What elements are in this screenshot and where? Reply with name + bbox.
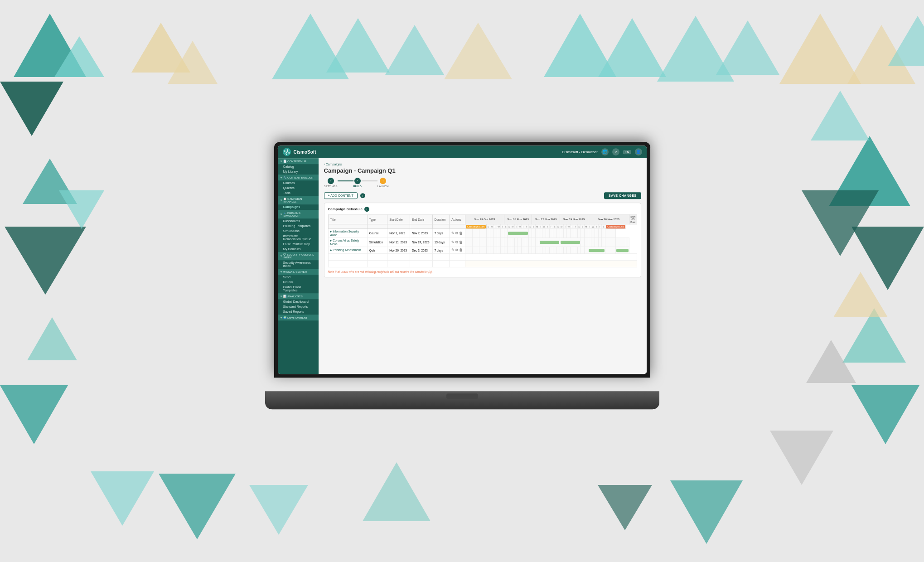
sidebar-item-standard-reports[interactable]: Standard Reports (278, 304, 319, 309)
row1-title-link[interactable]: ▸ Information Security Awar... (330, 230, 359, 237)
step-launch-label: LAUNCH (377, 185, 389, 188)
sidebar-section-phishing[interactable]: ▼ 🎣 PHISHING SIMULATOR (278, 210, 319, 218)
sidebar-item-courses[interactable]: Courses (278, 180, 319, 185)
row1-delete-icon[interactable]: 🗑 (459, 231, 463, 235)
environment-label: 🌍 ENVIRONMENT (283, 316, 307, 319)
content-builder-arrow: ▼ (280, 176, 283, 179)
row3-copy-icon[interactable]: ⧉ (455, 248, 458, 252)
row2-edit-icon[interactable]: ✎ (451, 240, 455, 244)
analytics-arrow: ▼ (280, 295, 283, 298)
note-text: Note that users who are not phishing rec… (328, 270, 637, 273)
logo-area: CismoSoft (282, 147, 316, 156)
sidebar-item-dashboards[interactable]: Dashboards (278, 218, 319, 223)
sidebar-item-my-library[interactable]: My Library (278, 169, 319, 174)
sidebar-section-campaign-manager[interactable]: ▼ 📋 CAMPAIGN MANAGER (278, 196, 319, 204)
sidebar-item-campaigns[interactable]: Campaigns (278, 204, 319, 209)
logo-icon (282, 147, 291, 156)
content-builder-label: 🔧 CONTENT BUILDER (283, 176, 313, 179)
sidebar-item-simulations[interactable]: Simulations (278, 228, 319, 233)
table-row: ▸ Information Security Awar... Course No… (328, 229, 637, 238)
security-culture-label: 🛡 SECURITY CULTURE INDEX (283, 253, 316, 259)
help-icon[interactable]: ? (612, 148, 619, 155)
col-start: Start Date (387, 215, 410, 224)
sidebar-section-email-center[interactable]: ▼ ✉ EMAIL CENTER (278, 269, 319, 275)
campaign-end-badge-cell: Campaign End (605, 224, 626, 229)
email-center-arrow: ▼ (280, 271, 283, 273)
step-settings-label: SETTINGS (324, 185, 338, 188)
campaign-manager-label: 📋 CAMPAIGN MANAGER (283, 197, 316, 203)
date-group-nov05: Sun 05 Nov 2023 (504, 215, 532, 224)
schedule-info-icon: i (364, 207, 369, 212)
add-content-info-icon: i (360, 193, 365, 198)
phishing-arrow: ▼ (280, 213, 283, 216)
campaign-manager-arrow: ▼ (280, 199, 283, 202)
row2-delete-icon[interactable]: 🗑 (459, 240, 463, 244)
environment-arrow: ▼ (280, 316, 283, 319)
schedule-title: Campaign Schedule i (328, 207, 637, 212)
lang-badge[interactable]: EN (623, 150, 631, 154)
sidebar-section-security-culture[interactable]: ▼ 🛡 SECURITY CULTURE INDEX (278, 252, 319, 260)
sidebar-section-content-builder[interactable]: ▼ 🔧 CONTENT BUILDER (278, 174, 319, 180)
row3-title-link[interactable]: ▸ Phishing Assessment (330, 248, 361, 252)
row3-delete-icon[interactable]: 🗑 (459, 248, 463, 252)
row2-copy-icon[interactable]: ⧉ (455, 240, 458, 244)
row1-edit-icon[interactable]: ✎ (451, 231, 455, 235)
svg-point-1 (284, 150, 285, 152)
add-content-button[interactable]: + ADD CONTENT (324, 192, 358, 199)
col-actions: Actions (450, 215, 465, 224)
globe-icon[interactable]: 🌐 (601, 148, 609, 155)
col-duration: Duration (432, 215, 450, 224)
sidebar-item-tools[interactable]: Tools (278, 190, 319, 195)
sidebar-item-phishing-templates[interactable]: Phishing Templates (278, 223, 319, 228)
row1-copy-icon[interactable]: ⧉ (455, 231, 458, 235)
sidebar-item-my-domains[interactable]: My Domains (278, 247, 319, 252)
gantt-container[interactable]: Title Type Start Date End Date Duration … (328, 214, 637, 267)
sidebar-item-global-email[interactable]: Global Email Templates (278, 285, 319, 293)
breadcrumb[interactable]: ‹ Campaigns (324, 163, 641, 166)
sidebar-section-environment[interactable]: ▼ 🌍 ENVIRONMENT (278, 315, 319, 320)
sidebar-item-send[interactable]: Send (278, 275, 319, 280)
analytics-label: 📊 ANALYTICS (283, 295, 302, 298)
step-launch[interactable]: ! LAUNCH (377, 178, 389, 188)
page-title: Campaign - Campaign Q1 (324, 167, 641, 174)
sidebar-section-analytics[interactable]: ▼ 📊 ANALYTICS (278, 293, 319, 299)
campaign-end-badge: Campaign End (606, 225, 625, 228)
sidebar-item-saved-reports[interactable]: Saved Reports (278, 309, 319, 314)
sidebar-item-history[interactable]: History (278, 280, 319, 285)
row3-edit-icon[interactable]: ✎ (451, 248, 455, 252)
sidebar-item-catalog[interactable]: Catalog (278, 164, 319, 169)
step-build[interactable]: ✓ BUILD (353, 178, 362, 188)
col-title: Title (328, 215, 367, 224)
empty-row-2 (328, 261, 637, 267)
header-right: Cismosoft - Democast 🌐 ? EN 👤 (562, 148, 642, 155)
gantt-table: Title Type Start Date End Date Duration … (328, 214, 637, 267)
logo-text: CismoSoft (294, 150, 316, 155)
step-settings[interactable]: ✓ SETTINGS (324, 178, 338, 188)
sidebar-item-remediation[interactable]: Immediate Remediation Queue (278, 233, 319, 242)
security-culture-arrow: ▼ (280, 255, 283, 257)
svg-point-2 (288, 152, 290, 154)
contenthub-label: 📄 CONTENTHUB (283, 160, 306, 163)
date-group-nov26: Sun 26 Nov 2023 (588, 215, 629, 224)
date-group-dec03: Sun 03 Dec (629, 215, 637, 224)
campaign-start-badge: Campaign Start (466, 225, 486, 228)
sidebar-item-security-awareness[interactable]: Security Awareness Index (278, 260, 319, 268)
sidebar-item-global-dashboard[interactable]: Global Dashboard (278, 299, 319, 304)
schedule-section: Campaign Schedule i Title Type (324, 203, 641, 277)
table-row: ▸ Phishing Assessment Quiz Nov 26, 2023 … (328, 247, 637, 254)
app-header: CismoSoft Cismosoft - Democast 🌐 ? EN 👤 (278, 145, 647, 158)
company-name: Cismosoft - Democast (562, 150, 598, 154)
phishing-label: 🎣 PHISHING SIMULATOR (283, 211, 316, 217)
user-icon[interactable]: 👤 (635, 148, 642, 155)
sidebar-item-quizzes[interactable]: Quizzes (278, 185, 319, 190)
main-content: ‹ Campaigns Campaign - Campaign Q1 ✓ SET… (319, 158, 647, 374)
row2-title-link[interactable]: ▸ Corona Virus Safety Meas... (330, 239, 359, 246)
sidebar-item-false-positive[interactable]: False Positive Trap (278, 242, 319, 247)
col-type: Type (367, 215, 387, 224)
sidebar-section-contenthub[interactable]: ▼ 📄 CONTENTHUB (278, 158, 319, 164)
col-end: End Date (410, 215, 432, 224)
email-center-label: ✉ EMAIL CENTER (283, 270, 307, 273)
save-changes-button[interactable]: SAVE CHANGES (604, 192, 641, 199)
sidebar: ▼ 📄 CONTENTHUB Catalog My Library ▼ 🔧 CO… (278, 158, 319, 374)
steps-indicator: ✓ SETTINGS ✓ BUILD ! LAU (324, 178, 641, 188)
